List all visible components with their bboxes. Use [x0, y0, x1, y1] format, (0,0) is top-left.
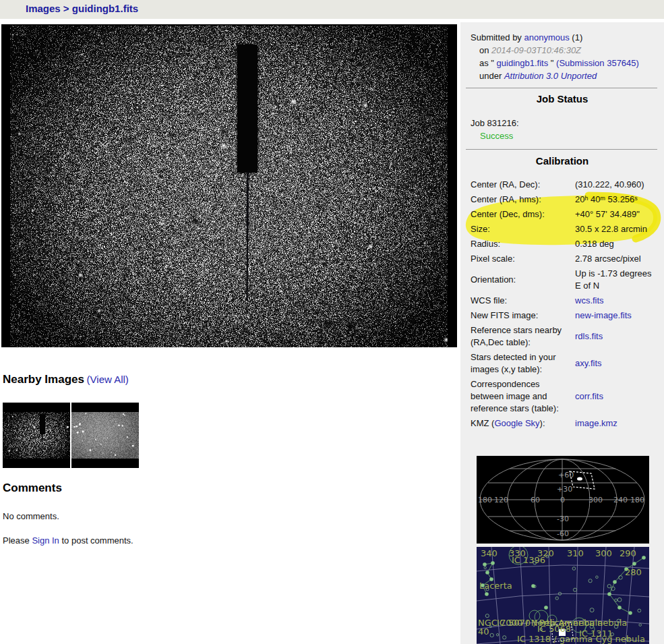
row-value: 0.318 deg — [575, 238, 659, 250]
table-row: Center (Dec, dms):+40° 57' 34.489" — [471, 207, 659, 222]
sky-location-map[interactable]: 180 120 60 0 300 240 180 +60 +30 -30 -60 — [477, 456, 649, 544]
breadcrumb: Images > guidingb1.fits — [26, 3, 138, 14]
wcs-file-link[interactable]: wcs.fits — [575, 295, 604, 305]
signin-suffix: to post comments. — [59, 535, 133, 546]
job-status-badge: Success — [480, 131, 513, 141]
no-comments-text: No comments. — [3, 511, 59, 521]
thumbnail-2-canvas — [71, 403, 139, 468]
row-label: Center (RA, Dec): — [471, 179, 575, 191]
submission-id-link[interactable]: (Submission 357645) — [556, 58, 639, 68]
as-mid-text: " — [548, 58, 556, 68]
signin-prefix: Please — [3, 535, 32, 546]
nearby-image-thumbnail-1[interactable] — [3, 403, 70, 468]
breadcrumb-current: guidingb1.fits — [72, 3, 138, 14]
breadcrumb-separator: > — [61, 3, 72, 14]
map-ra-label: 240 — [613, 496, 628, 504]
row-label: Radius: — [471, 238, 575, 250]
submitted-filename-link[interactable]: guidingb1.fits — [497, 58, 549, 68]
job-status-heading: Job Status — [460, 93, 664, 105]
image-footprint-marker — [577, 477, 582, 480]
table-row: WCS file:wcs.fits — [471, 293, 659, 308]
rdls-file-link[interactable]: rdls.fits — [575, 331, 603, 341]
submitted-by-line: Submitted by anonymous (1) — [471, 31, 659, 44]
nearby-images-heading: Nearby Images — [3, 373, 84, 386]
signin-prompt: Please Sign In to post comments. — [3, 535, 133, 546]
row-label: Reference stars nearby (RA,Dec table): — [471, 324, 575, 349]
ic1318-label: IC 1318 / gamma Cyg nebula — [517, 634, 645, 644]
chart-ra-label: 310 — [567, 548, 584, 558]
chart-ra-label: 280 — [625, 567, 642, 577]
table-row: Center (RA, hms):20ʰ 40ᵐ 53.256ˢ — [471, 192, 659, 207]
submission-info: Submitted by anonymous (1) on 2014-09-03… — [471, 31, 659, 82]
submission-timestamp: 2014-09-03T10:46:30Z — [491, 45, 581, 55]
kmz-label-pre: KMZ ( — [471, 418, 494, 428]
row-value: 2.78 arcsec/pixel — [575, 253, 659, 265]
table-row: Center (RA, Dec):(310.222, 40.960) — [471, 177, 659, 192]
sign-in-link[interactable]: Sign In — [32, 535, 59, 546]
row-label: Center (RA, hms): — [471, 194, 575, 206]
info-sidebar: Submitted by anonymous (1) on 2014-09-03… — [460, 22, 664, 644]
map-dec-label: -30 — [557, 515, 569, 523]
map-ra-label: 60 — [531, 496, 540, 504]
row-label: Size: — [471, 223, 575, 235]
map-ra-label: 120 — [494, 496, 508, 504]
submitter-link[interactable]: anonymous — [524, 32, 570, 42]
table-row: Stars detected in your images (x,y table… — [471, 350, 659, 377]
license-link[interactable]: Attribution 3.0 Unported — [504, 71, 597, 81]
breadcrumb-images-link[interactable]: Images — [26, 3, 61, 14]
submitted-by-text: Submitted by — [471, 32, 524, 42]
kmz-file-link[interactable]: image.kmz — [575, 418, 617, 428]
constellation-chart[interactable]: 340 330 320 310 300 290 280 IC 1396 Lace… — [477, 547, 649, 644]
top-nav-bar: Images > guidingb1.fits — [0, 0, 664, 19]
main-image[interactable] — [1, 24, 457, 347]
main-image-canvas — [1, 24, 457, 347]
calibration-heading: Calibration — [460, 155, 664, 167]
chart-dec-label: 40 — [478, 626, 489, 637]
view-all-link[interactable]: (View All) — [87, 374, 129, 385]
row-label: Center (Dec, dms): — [471, 208, 575, 221]
divider — [466, 88, 657, 88]
ic5068-label: IC 5068 — [537, 624, 571, 634]
table-row: Radius:0.318 deg — [471, 237, 659, 252]
license-line: under Attribution 3.0 Unported — [471, 69, 659, 82]
under-text: under — [479, 71, 504, 81]
job-id-label: Job 831216: — [471, 118, 519, 128]
google-sky-link[interactable]: Google Sky — [494, 418, 539, 428]
row-value: 30.5 x 22.8 arcmin — [575, 223, 659, 235]
table-row: Size:30.5 x 22.8 arcmin — [471, 222, 659, 237]
map-ra-label: 0 — [560, 496, 565, 504]
map-dec-label: +30 — [557, 485, 572, 494]
corr-file-link[interactable]: corr.fits — [575, 391, 603, 401]
as-text: as " — [479, 58, 497, 68]
row-label: WCS file: — [471, 295, 575, 307]
table-row: Pixel scale:2.78 arcsec/pixel — [471, 252, 659, 266]
table-row: Reference stars nearby (RA,Dec table):rd… — [471, 323, 659, 350]
lacerta-label: Lacerta — [479, 581, 512, 591]
row-value: +40° 57' 34.489" — [575, 208, 659, 221]
axy-file-link[interactable]: axy.fits — [575, 358, 602, 368]
map-ra-label: 300 — [588, 496, 603, 504]
thumbnail-1-canvas — [3, 403, 70, 468]
divider — [466, 149, 657, 150]
map-dec-label: +60 — [558, 471, 574, 479]
table-row: Orientation:Up is -1.73 degrees E of N — [471, 266, 659, 293]
row-label: New FITS image: — [471, 310, 575, 322]
map-dec-label: -60 — [557, 529, 569, 538]
table-row: KMZ (Google Sky): image.kmz — [471, 416, 659, 431]
table-row: New FITS image:new-image.fits — [471, 308, 659, 323]
new-fits-image-link[interactable]: new-image.fits — [575, 310, 632, 320]
row-value: 20ʰ 40ᵐ 53.256ˢ — [575, 194, 659, 206]
table-row: Correspondences between image and refere… — [471, 377, 659, 416]
chart-ra-label: 290 — [620, 548, 636, 558]
on-text: on — [479, 45, 491, 55]
row-label: Pixel scale: — [471, 253, 575, 265]
chart-ra-label: 300 — [595, 548, 612, 558]
calibration-table: Center (RA, Dec):(310.222, 40.960) Cente… — [471, 177, 659, 431]
row-label: Correspondences between image and refere… — [471, 378, 575, 415]
kmz-label-post: ): — [540, 418, 545, 428]
row-value: (310.222, 40.960) — [575, 179, 659, 191]
nearby-image-thumbnail-2[interactable] — [71, 403, 139, 468]
nearby-images-list — [3, 403, 139, 468]
submitted-on-line: on 2014-09-03T10:46:30Z — [471, 44, 659, 57]
ic1396-label: IC 1396 — [512, 555, 545, 565]
